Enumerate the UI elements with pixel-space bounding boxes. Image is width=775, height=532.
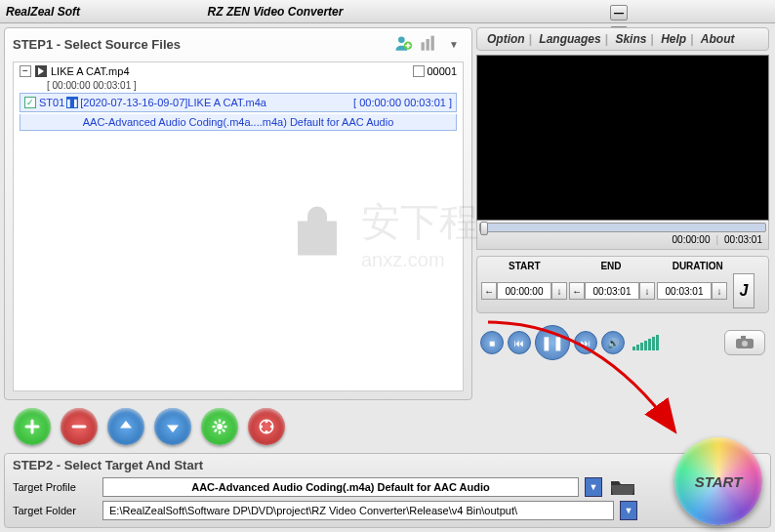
svg-point-13 — [260, 426, 263, 429]
stream-profile: AAC-Advanced Audio Coding(.m4a....m4a) D… — [20, 114, 457, 131]
menu-bar: Option| Languages| Skins| Help| About — [476, 27, 769, 51]
video-preview — [476, 55, 769, 221]
svg-rect-4 — [431, 36, 434, 51]
volume-button[interactable]: 🔊 — [601, 331, 625, 354]
bars-icon[interactable] — [419, 34, 438, 54]
end-left-button[interactable]: ← — [569, 282, 585, 300]
end-label: END — [568, 261, 655, 271]
profile-field[interactable]: AAC-Advanced Audio Coding(.m4a) Default … — [102, 477, 579, 497]
folder-field[interactable]: E:\RealZealSoft\Software DP\DVD\project\… — [102, 501, 614, 520]
svg-point-0 — [398, 37, 405, 44]
start-label: START — [481, 261, 568, 271]
add-user-icon[interactable] — [393, 34, 413, 54]
time-current: 00:00:00 — [673, 234, 711, 245]
pause-icon: ❚❚ — [66, 97, 78, 108]
prev-button[interactable]: ⏮ — [508, 331, 531, 354]
duration-down-button[interactable]: ↓ — [712, 282, 727, 300]
stream-row[interactable]: ✓ ST01 ❚❚ [2020-07-13-16-09-07]LIKE A CA… — [20, 93, 457, 112]
svg-point-11 — [270, 426, 273, 429]
seek-slider[interactable] — [479, 223, 766, 232]
profile-dropdown-button[interactable]: ▼ — [585, 477, 602, 497]
end-input[interactable] — [585, 282, 639, 300]
file-checkbox[interactable] — [413, 65, 425, 77]
stream-time: [ 00:00:00 00:03:01 ] — [353, 97, 452, 108]
stream-checkbox[interactable]: ✓ — [24, 97, 36, 108]
add-button[interactable] — [14, 408, 51, 445]
profile-folder-icon[interactable] — [608, 476, 637, 498]
menu-help[interactable]: Help — [661, 32, 686, 46]
stream-name: [2020-07-13-16-09-07]LIKE A CAT.m4a — [80, 97, 266, 108]
svg-rect-2 — [422, 42, 425, 50]
settings-button[interactable] — [201, 408, 238, 445]
file-time: [ 00:00:00 00:03:01 ] — [14, 80, 463, 91]
minimize-button[interactable]: — — [610, 5, 628, 20]
start-left-button[interactable]: ← — [481, 282, 497, 300]
snapshot-button[interactable] — [724, 330, 765, 355]
file-list: − LIKE A CAT.mp4 00001 [ 00:00:00 00:03:… — [13, 61, 464, 391]
step2-header: STEP2 - Select Target And Start — [13, 458, 762, 472]
svg-point-12 — [265, 430, 268, 433]
start-button-label: START — [679, 442, 757, 520]
remove-button[interactable] — [61, 408, 98, 445]
collapse-icon[interactable]: − — [20, 65, 31, 77]
svg-rect-7 — [741, 336, 746, 340]
svg-point-10 — [265, 420, 268, 423]
volume-bars[interactable] — [632, 335, 659, 350]
jump-button[interactable]: J — [733, 273, 755, 308]
menu-option[interactable]: Option — [487, 32, 525, 46]
file-row[interactable]: − LIKE A CAT.mp4 00001 — [14, 62, 463, 80]
svg-point-6 — [742, 341, 748, 347]
menu-languages[interactable]: Languages — [539, 32, 600, 46]
dropdown-icon[interactable]: ▼ — [444, 34, 464, 54]
end-right-button[interactable]: ↓ — [639, 282, 655, 300]
step1-header: STEP1 - Select Source Files — [13, 37, 181, 52]
play-icon — [35, 65, 47, 77]
start-right-button[interactable]: ↓ — [551, 282, 567, 300]
app-title: RZ ZEN Video Converter — [80, 5, 470, 19]
stream-id: ST01 — [39, 97, 64, 108]
profile-label: Target Profile — [13, 481, 97, 493]
folder-dropdown-button[interactable]: ▼ — [620, 501, 637, 520]
start-input[interactable] — [497, 282, 551, 300]
stop-button[interactable]: ■ — [480, 331, 504, 354]
brand-label: RealZeal Soft — [6, 5, 80, 19]
svg-rect-3 — [427, 39, 429, 51]
move-up-button[interactable] — [107, 408, 144, 445]
time-total: 00:03:01 — [724, 234, 762, 245]
menu-skins[interactable]: Skins — [615, 32, 646, 46]
folder-label: Target Folder — [13, 505, 97, 516]
duration-input[interactable] — [657, 282, 712, 300]
play-pause-button[interactable]: ❚❚ — [535, 325, 570, 360]
svg-point-8 — [217, 424, 223, 430]
duration-label: DURATION — [654, 261, 741, 271]
media-button[interactable] — [248, 408, 285, 445]
move-down-button[interactable] — [154, 408, 191, 445]
file-name: LIKE A CAT.mp4 — [51, 65, 130, 77]
trim-panel: START END DURATION ←↓ ←↓ ↓ J — [476, 256, 769, 313]
start-button[interactable]: START — [674, 437, 762, 525]
seek-thumb[interactable] — [480, 222, 488, 235]
next-button[interactable]: ⏭ — [574, 331, 597, 354]
file-counter: 00001 — [427, 65, 457, 77]
menu-about[interactable]: About — [701, 32, 735, 46]
